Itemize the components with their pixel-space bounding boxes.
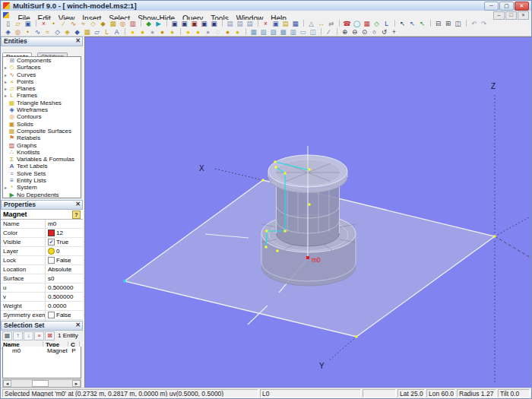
property-value-symmetry-exempt[interactable]: False — [46, 311, 83, 319]
selection-list-icon[interactable]: ▦ — [2, 331, 12, 340]
graph-tool-icon[interactable]: ▥ — [128, 20, 138, 27]
entities-item-points[interactable]: ▸×Points — [3, 78, 81, 85]
view-window-4-icon[interactable]: ▣ — [199, 20, 209, 27]
frame-tool-icon[interactable]: L — [382, 20, 391, 27]
blink-entity-icon[interactable]: ◌ — [213, 28, 223, 36]
save-file-icon[interactable]: ▣ — [23, 20, 33, 27]
open-file-icon[interactable]: ▱ — [13, 20, 23, 27]
checkbox-checked-icon[interactable]: ✓ — [48, 239, 55, 245]
restore-visibility-icon[interactable]: ● — [233, 28, 242, 36]
close-button[interactable]: ✕ — [515, 2, 529, 11]
entities-item-text-labels[interactable]: AText Labels — [3, 163, 81, 169]
plan-view-icon[interactable]: ▭ — [298, 28, 308, 36]
entities-item-knotlists[interactable]: ∴Knotlists — [3, 149, 81, 156]
entities-item-contours[interactable]: ◎Contours — [3, 113, 81, 120]
property-value-surface[interactable]: s0 — [46, 274, 83, 283]
minimize-button[interactable]: ─ — [484, 2, 499, 11]
wireframe-view-icon[interactable]: ▦ — [249, 28, 258, 36]
property-value-color[interactable]: 12 — [46, 229, 83, 237]
hidden-line-view-icon[interactable]: ▨ — [268, 28, 278, 36]
texture-view-icon[interactable]: ▥ — [288, 28, 298, 36]
view-window-5-icon[interactable]: ▣ — [209, 20, 219, 27]
property-value-location[interactable]: Absolute — [46, 265, 83, 274]
solid-create-icon[interactable]: ◆ — [72, 28, 82, 36]
move-down-icon[interactable]: ↓ — [24, 331, 33, 340]
plane-create-icon[interactable]: ▱ — [92, 28, 102, 36]
magnet-tool-icon[interactable]: ◈ — [3, 28, 13, 36]
surface-tool-icon[interactable]: ◇ — [88, 20, 98, 27]
bead-tool-icon[interactable]: • — [23, 28, 33, 36]
snake-create-icon[interactable]: ≈ — [43, 28, 52, 36]
pane-layout-3-icon[interactable]: ▤ — [245, 20, 255, 27]
grid-tool-icon[interactable]: ▦ — [362, 20, 372, 27]
new-file-icon[interactable]: ▯ — [3, 20, 13, 27]
checkbox-unchecked-icon[interactable] — [48, 257, 55, 264]
selection-list[interactable]: m0MagnetP — [2, 347, 81, 378]
maximize-button[interactable]: ▢ — [499, 2, 514, 11]
pick-tool-icon[interactable]: ▶ — [154, 20, 163, 27]
entities-item-graphs[interactable]: ▥Graphs — [3, 142, 81, 149]
cursor-select-icon[interactable]: ↖ — [397, 20, 407, 27]
mdi-minimize-button[interactable]: – — [493, 11, 505, 20]
property-value-v[interactable]: 0.500000 — [46, 293, 83, 301]
property-value-visible[interactable]: ✓True — [46, 238, 83, 246]
selection-panel-header[interactable]: Selection Set ✕ — [1, 321, 83, 331]
property-value-lock[interactable]: False — [46, 256, 83, 264]
visible-add-icon[interactable]: ● — [193, 28, 203, 36]
swap-ends-icon[interactable]: ⇄ — [326, 20, 336, 27]
cursor-add-icon[interactable]: ↖ — [407, 20, 417, 27]
shaded-view-icon[interactable]: ▧ — [258, 28, 268, 36]
undo-icon[interactable]: ↶ — [469, 20, 479, 27]
close-icon[interactable]: ✕ — [75, 37, 81, 45]
hide-selected-icon[interactable]: ● — [147, 28, 157, 36]
mdi-close-button[interactable]: × — [518, 11, 529, 20]
property-value-u[interactable]: 0.500000 — [46, 283, 83, 292]
entities-item-variables-formulas[interactable]: ΣVariables & Formulas — [3, 156, 81, 163]
scroll-right-icon[interactable]: ► — [72, 380, 81, 387]
viewport-3d[interactable]: X Z Y — [84, 36, 531, 388]
checkbox-unchecked-icon[interactable] — [48, 312, 55, 318]
split-view-icon[interactable]: ◫ — [308, 28, 318, 36]
line-tool-icon[interactable]: ∕ — [59, 20, 68, 27]
support-phone-icon[interactable]: ☎ — [342, 20, 352, 27]
horizontal-scrollbar[interactable]: ◄ ► — [2, 379, 81, 388]
show-selected-icon[interactable]: ● — [138, 28, 147, 36]
entities-item-wireframes[interactable]: ◈Wireframes — [3, 106, 81, 113]
entities-item-triangle-meshes[interactable]: ▦Triangle Meshes — [3, 100, 81, 106]
property-value-weight[interactable]: 0.0000 — [46, 302, 83, 310]
ruled-surface-icon[interactable]: ◇ — [52, 28, 62, 36]
paste-icon[interactable]: ▤ — [280, 20, 290, 27]
property-value-name[interactable]: m0 — [46, 220, 83, 228]
zoom-out-icon[interactable]: ⊖ — [350, 28, 359, 36]
copy-icon[interactable]: ▣ — [271, 20, 280, 27]
label-create-icon[interactable]: A — [112, 28, 122, 36]
entities-item-surfaces[interactable]: ▸◇Surfaces — [3, 64, 81, 71]
properties-panel-header[interactable]: Properties ✕ — [1, 200, 83, 210]
invisible-icon[interactable]: ● — [203, 28, 213, 36]
sketch-tool-icon[interactable]: ∕ — [324, 28, 334, 36]
show-children-icon[interactable]: ● — [167, 28, 177, 36]
entities-item-planes[interactable]: ▸▱Planes — [3, 85, 81, 92]
view-window-1-icon[interactable]: ▣ — [169, 20, 179, 27]
stretch-h-icon[interactable]: ↔ — [316, 20, 326, 27]
close-icon[interactable]: ✕ — [75, 201, 81, 208]
clear-set-icon[interactable]: ⊠ — [45, 331, 55, 340]
help-icon[interactable]: ? — [72, 211, 81, 219]
entities-item-system[interactable]: ▸*System — [3, 184, 81, 191]
close-icon[interactable]: ✕ — [75, 321, 81, 329]
curve-tool-icon[interactable]: ∿ — [68, 20, 78, 27]
redo-icon[interactable]: ↷ — [479, 20, 489, 27]
entities-item-solve-sets[interactable]: =Solve Sets — [3, 170, 81, 177]
contour-tool-icon[interactable]: ◎ — [118, 20, 128, 27]
tile-vertical-icon[interactable]: ⊞ — [443, 20, 453, 27]
zoom-in-icon[interactable]: ⊕ — [340, 28, 350, 36]
pan-icon[interactable]: + — [389, 28, 399, 36]
entities-item-entity-lists[interactable]: ≡Entity Lists — [3, 177, 81, 184]
cut-icon[interactable]: × — [261, 20, 271, 27]
show-only-icon[interactable]: ● — [223, 28, 233, 36]
show-all-icon[interactable]: ● — [128, 28, 138, 36]
insert-entity-icon[interactable]: ◆ — [144, 20, 154, 27]
circle-tool-icon[interactable]: ◯ — [352, 20, 362, 27]
entities-tree[interactable]: ⊞Components▸◇Surfaces▸∿Curves▸×Points▸▱P… — [2, 56, 81, 198]
measure-icon[interactable]: △ — [306, 20, 316, 27]
